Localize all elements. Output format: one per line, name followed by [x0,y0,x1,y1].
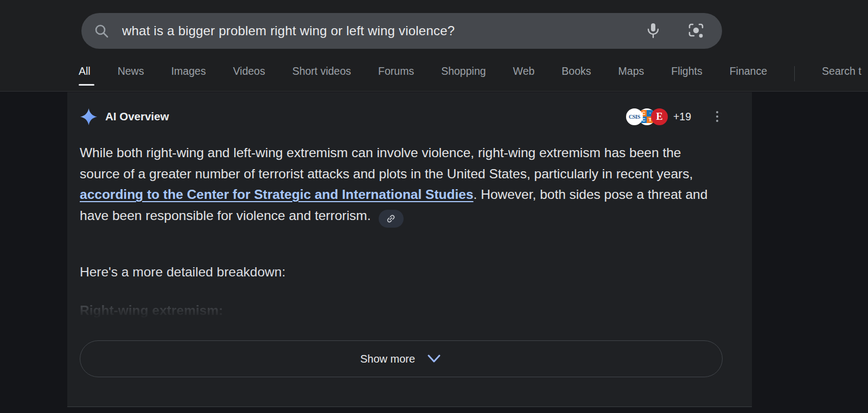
tab-divider [794,66,795,81]
tab-short-videos[interactable]: Short videos [292,59,351,92]
search-header: what is a bigger problem right wing or l… [0,0,868,92]
tab-forums[interactable]: Forums [378,59,414,92]
search-bar[interactable]: what is a bigger problem right wing or l… [81,13,722,49]
tab-images[interactable]: Images [171,59,206,92]
tab-search-tools[interactable]: Search t [822,59,861,92]
citation-link[interactable]: according to the Center for Strategic an… [80,187,474,202]
tab-flights[interactable]: Flights [671,59,702,92]
faded-section-heading: Right-wing extremism: [80,303,223,318]
ai-sparkle-icon [80,108,98,126]
answer-text-before: While both right-wing and left-wing extr… [80,145,693,181]
tab-news[interactable]: News [118,59,144,92]
results-tab-bar: All News Images Videos Short videos Foru… [79,59,861,92]
more-options-icon[interactable] [714,109,720,124]
ai-overview-header: AI Overview CSIS C · C T E +19 [80,106,720,127]
tab-maps[interactable]: Maps [618,59,644,92]
search-input[interactable]: what is a bigger problem right wing or l… [122,23,645,38]
microphone-icon[interactable] [645,22,661,40]
source-favicon-csis[interactable]: CSIS [626,108,643,125]
source-favicons[interactable]: CSIS C · C T E [626,108,668,125]
tab-shopping[interactable]: Shopping [441,59,486,92]
ai-answer-paragraph: While both right-wing and left-wing extr… [80,143,712,228]
tab-finance[interactable]: Finance [730,59,767,92]
show-more-label: Show more [360,353,415,365]
source-link-chip[interactable] [379,210,404,228]
search-icon [93,23,110,40]
tab-web[interactable]: Web [513,59,535,92]
show-more-button[interactable]: Show more [80,340,723,377]
sources-more-count[interactable]: +19 [673,111,691,123]
ai-overview-title: AI Overview [105,110,169,123]
tab-all[interactable]: All [79,59,91,92]
tab-books[interactable]: Books [561,59,591,92]
chevron-down-icon [426,353,442,364]
source-favicon-e[interactable]: E [651,108,668,125]
breakdown-intro-text: Here's a more detailed breakdown: [80,264,285,280]
ai-overview-panel: AI Overview CSIS C · C T E +19 [67,92,752,407]
camera-lens-icon[interactable] [687,22,705,40]
tab-videos[interactable]: Videos [233,59,265,92]
